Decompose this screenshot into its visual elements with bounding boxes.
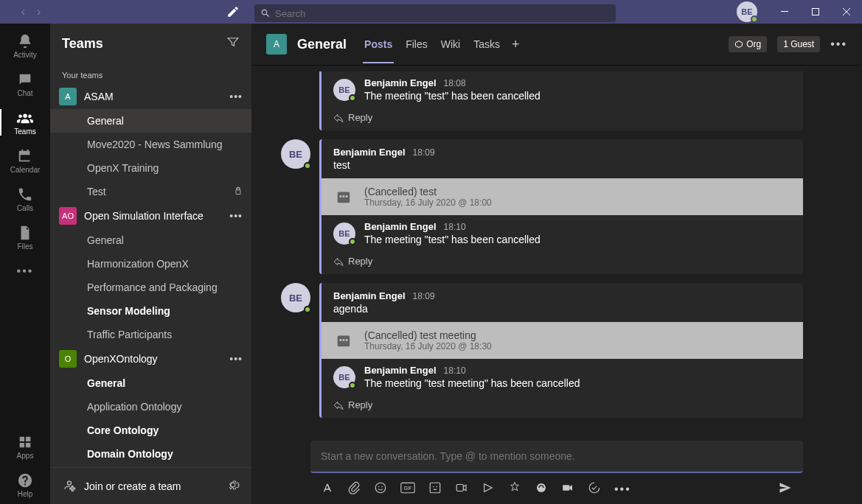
join-team-icon[interactable] <box>62 477 77 495</box>
sticker-icon[interactable] <box>428 481 442 497</box>
rail-apps[interactable]: Apps <box>0 427 50 466</box>
praise-icon[interactable] <box>508 481 521 497</box>
channel-row[interactable]: Performance and Packaging <box>50 276 251 299</box>
gif-icon[interactable]: GIF <box>400 481 415 497</box>
filter-icon[interactable] <box>226 35 240 52</box>
channel-name: Move2020 - News Sammlung <box>87 139 243 150</box>
rail-more[interactable]: ••• <box>0 256 50 286</box>
more-icon: ••• <box>17 265 34 278</box>
message-block: Benjamin Engel18:09 test <box>321 139 803 178</box>
messages-area[interactable]: BE Benjamin Engel18:08 The meeting "test… <box>251 66 862 441</box>
rail-chat[interactable]: Chat <box>0 65 50 103</box>
channel-row[interactable]: Application Ontology <box>50 395 251 419</box>
message-thread: BE Benjamin Engel18:09 test (Cancelled) … <box>281 139 803 274</box>
format-icon[interactable] <box>321 481 334 497</box>
rail-activity[interactable]: Activity <box>0 27 50 65</box>
channel-row[interactable]: OpenX Training <box>50 156 251 180</box>
channel-row[interactable]: Move2020 - News Sammlung <box>50 133 251 156</box>
rail-teams[interactable]: Teams <box>0 103 50 141</box>
nav-back-icon[interactable]: ‹ <box>18 5 28 18</box>
meeting-card[interactable]: (Cancelled) test meeting Thursday, 16 Ju… <box>321 322 803 359</box>
channel-row[interactable]: General <box>50 109 251 133</box>
channel-row[interactable]: General <box>50 371 251 395</box>
presence-available-icon <box>349 238 356 245</box>
channel-row[interactable]: Test <box>50 180 251 203</box>
emoji-icon[interactable] <box>374 481 387 497</box>
org-icon <box>734 40 743 49</box>
presence-available-icon <box>349 94 356 102</box>
gear-icon[interactable] <box>226 478 240 494</box>
tab-files[interactable]: Files <box>404 25 429 63</box>
channel-name: Traffic Participants <box>87 329 243 340</box>
video-icon[interactable] <box>561 481 574 497</box>
channel-row[interactable]: General <box>50 228 251 252</box>
header-more-icon[interactable]: ••• <box>830 38 847 51</box>
channel-name: Application Ontology <box>87 401 243 413</box>
rail-help[interactable]: Help <box>0 466 50 504</box>
composer[interactable] <box>310 441 803 473</box>
channel-name: General <box>87 234 243 246</box>
channel-row[interactable]: Sensor Modeling <box>50 299 251 323</box>
channel-row[interactable]: Core Ontology <box>50 419 251 442</box>
send-icon[interactable] <box>778 480 793 498</box>
compose-icon[interactable] <box>226 4 240 19</box>
stream-icon[interactable] <box>482 481 495 497</box>
calendar-icon <box>333 330 354 351</box>
meeting-card[interactable]: (Cancelled) test Thursday, 16 July 2020 … <box>321 178 803 215</box>
window-maximize-button[interactable] <box>800 0 831 24</box>
channel-row[interactable]: Harmonization OpenX <box>50 252 251 276</box>
channel-row[interactable]: Traffic Participants <box>50 323 251 346</box>
rail-calls[interactable]: Calls <box>0 180 50 218</box>
rail-label: Apps <box>17 452 34 460</box>
event-title: (Cancelled) test <box>364 186 492 197</box>
team-more-icon[interactable]: ••• <box>229 210 243 222</box>
team-name: ASAM <box>84 91 222 102</box>
org-pill[interactable]: Org <box>729 36 767 52</box>
channel-row[interactable]: Domain Ontology <box>50 442 251 466</box>
window-close-button[interactable] <box>831 0 862 24</box>
channel-name: Performance and Packaging <box>87 281 243 293</box>
rail-calendar[interactable]: Calendar <box>0 141 50 180</box>
msg-author: Benjamin Engel <box>333 290 406 301</box>
window-minimize-button[interactable] <box>769 0 800 24</box>
join-create-label[interactable]: Join or create a team <box>84 480 219 492</box>
msg-time: 18:09 <box>413 147 435 158</box>
approvals-icon[interactable] <box>588 481 601 497</box>
search-box[interactable] <box>254 4 616 22</box>
team-row[interactable]: AO Open Simulation Interface ••• <box>50 203 251 228</box>
thread-body: BE Benjamin Engel18:08 The meeting "test… <box>319 71 803 130</box>
search-input[interactable] <box>275 8 610 19</box>
guest-pill[interactable]: 1 Guest <box>777 36 820 52</box>
teams-list[interactable]: Your teams A ASAM •••GeneralMove2020 - N… <box>50 63 251 467</box>
channel-name: Harmonization OpenX <box>87 258 243 270</box>
nav-forward-icon[interactable]: › <box>34 5 44 18</box>
attach-icon[interactable] <box>347 481 361 497</box>
tab-posts[interactable]: Posts <box>363 25 394 63</box>
reply-avatar: BE <box>333 223 355 245</box>
meet-icon[interactable] <box>455 481 468 497</box>
team-more-icon[interactable]: ••• <box>229 353 243 365</box>
reply-text: The meeting "test" has been cancelled <box>364 90 791 102</box>
reply-button[interactable]: Reply <box>321 395 803 418</box>
rail-label: Teams <box>14 127 35 136</box>
channel-name: OpenX Training <box>87 162 243 174</box>
svg-rect-9 <box>346 339 348 341</box>
user-avatar[interactable]: BE <box>737 1 757 22</box>
reply-text: The meeting "test" has been cancelled <box>364 234 791 245</box>
presence-available-icon <box>349 382 356 389</box>
add-tab-button[interactable]: + <box>512 37 520 52</box>
team-row[interactable]: O OpenXOntology ••• <box>50 346 251 371</box>
svg-rect-0 <box>781 11 788 12</box>
reply-author: Benjamin Engel <box>364 365 437 376</box>
composer-input[interactable] <box>321 450 793 462</box>
reply-button[interactable]: Reply <box>321 251 803 274</box>
tab-wiki[interactable]: Wiki <box>439 25 462 63</box>
rail-files[interactable]: Files <box>0 218 50 256</box>
tab-tasks[interactable]: Tasks <box>472 25 501 63</box>
loop-icon[interactable] <box>535 481 548 497</box>
team-more-icon[interactable]: ••• <box>229 91 243 102</box>
svg-point-16 <box>433 486 434 488</box>
team-row[interactable]: A ASAM ••• <box>50 84 251 109</box>
more-apps-icon[interactable]: ••• <box>614 483 631 496</box>
reply-button[interactable]: Reply <box>321 108 803 130</box>
